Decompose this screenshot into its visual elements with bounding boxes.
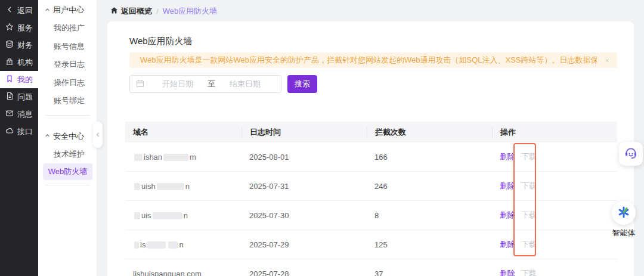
star-icon <box>5 23 14 33</box>
sidebar-item-label: 机构 <box>17 57 33 68</box>
start-date-placeholder: 开始日期 <box>148 79 208 89</box>
log-time-cell: 2025-07-31 <box>242 182 367 191</box>
submenu-item-account-binding[interactable]: 账号绑定 <box>38 92 97 110</box>
table-row: isn 2025-07-29 125 删除 下载 <box>125 230 617 259</box>
section-security-center[interactable]: 安全中心 <box>38 128 97 145</box>
column-header-log-time: 日志时间 <box>242 127 367 138</box>
sidebar-item-label: 财务 <box>17 40 33 51</box>
block-count-cell: 37 <box>367 269 492 276</box>
submenu-item-tech-maintenance[interactable]: 技术维护 <box>38 145 97 164</box>
submenu-item-label: 账号信息 <box>54 41 85 52</box>
sidebar-item-finance[interactable]: 财务 <box>0 36 38 54</box>
sidebar-item-organization[interactable]: 机构 <box>0 54 38 71</box>
sidebar-item-label: 返回 <box>17 5 33 16</box>
submenu-item-account-info[interactable]: 账号信息 <box>38 38 97 56</box>
sidebar-item-api[interactable]: 接口 <box>0 123 38 140</box>
table-row: lishuispanguan.com 2025-07-28 37 删除 下载 <box>125 259 617 276</box>
notice-banner: Web应用防火墙是一款网站Web应用安全的防护产品，拦截针对您网站发起的Web通… <box>129 52 617 68</box>
actions-cell: 删除 下载 <box>492 181 617 191</box>
column-header-actions: 操作 <box>492 127 617 138</box>
delete-link[interactable]: 删除 <box>500 181 515 191</box>
sidebar-item-label: 我的 <box>17 75 33 85</box>
submenu-item-label: 技术维护 <box>54 149 85 160</box>
customer-service-button[interactable] <box>619 142 643 166</box>
section-title-label: 用户中心 <box>53 5 84 15</box>
end-date-placeholder: 结束日期 <box>215 79 275 89</box>
chevron-up-icon <box>44 6 51 15</box>
breadcrumb-home-link[interactable]: 返回概览 <box>110 6 152 17</box>
section-title-label: 安全中心 <box>53 131 84 142</box>
table-row: ishanm 2025-08-01 166 删除 下载 <box>125 142 617 172</box>
download-link[interactable]: 下载 <box>521 268 537 276</box>
database-icon <box>5 40 14 50</box>
cloud-icon <box>5 126 14 137</box>
submenu-item-login-log[interactable]: 登录日志 <box>38 55 97 74</box>
sidebar-item-questions[interactable]: 问题 <box>0 88 38 106</box>
document-icon <box>5 92 14 102</box>
home-icon <box>110 7 118 16</box>
log-time-cell: 2025-08-01 <box>242 153 367 162</box>
firewall-log-table: 域名 日志时间 拦截次数 操作 ishanm 2025-08-01 166 删除… <box>125 122 617 276</box>
log-time-cell: 2025-07-28 <box>242 269 367 276</box>
delete-link[interactable]: 删除 <box>500 151 515 162</box>
headset-icon <box>623 145 639 163</box>
sidebar-item-label: 服务 <box>17 23 33 33</box>
calendar-icon <box>136 79 144 89</box>
breadcrumb-separator: / <box>156 7 159 16</box>
date-range-input[interactable]: 开始日期 至 结束日期 <box>129 75 281 93</box>
sidebar-item-back[interactable]: 返回 <box>0 2 38 19</box>
actions-cell: 删除 下载 <box>492 268 617 276</box>
mail-icon <box>5 109 14 119</box>
delete-link[interactable]: 删除 <box>500 210 515 221</box>
close-icon[interactable]: × <box>597 56 617 65</box>
domain-cell: uisn <box>125 211 242 220</box>
table-header-row: 域名 日志时间 拦截次数 操作 <box>125 122 617 142</box>
building-icon <box>5 57 14 67</box>
sidebar-item-mine[interactable]: 我的 <box>0 71 38 88</box>
submenu-item-label: 我的推广 <box>54 23 85 33</box>
ai-agent-label: 智能体 <box>609 228 638 238</box>
block-count-cell: 125 <box>367 240 492 249</box>
notice-text: Web应用防火墙是一款网站Web应用安全的防护产品，拦截针对您网站发起的Web通… <box>129 55 597 66</box>
submenu-item-label: Web防火墙 <box>48 166 88 177</box>
sidebar-collapse-handle[interactable] <box>93 122 103 148</box>
section-user-center[interactable]: 用户中心 <box>38 1 97 19</box>
column-header-block-count: 拦截次数 <box>367 127 492 138</box>
download-link[interactable]: 下载 <box>521 151 537 162</box>
log-time-cell: 2025-07-30 <box>242 211 367 220</box>
asterisk-logo-icon <box>617 205 631 221</box>
table-row: uishn 2025-07-31 246 删除 下载 <box>125 172 617 201</box>
block-count-cell: 8 <box>367 211 492 220</box>
chevron-left-icon <box>95 131 101 139</box>
download-link[interactable]: 下载 <box>521 181 537 191</box>
submenu-item-operation-log[interactable]: 操作日志 <box>38 74 97 92</box>
delete-link[interactable]: 删除 <box>500 239 515 250</box>
chevron-up-icon <box>44 132 51 141</box>
domain-cell: uishn <box>125 182 242 191</box>
content-card: Web应用防火墙 Web应用防火墙是一款网站Web应用安全的防护产品，拦截针对您… <box>107 21 634 276</box>
sidebar-item-messages[interactable]: 消息 <box>0 106 38 123</box>
actions-cell: 删除 下载 <box>492 151 617 162</box>
log-time-cell: 2025-07-29 <box>242 240 367 249</box>
search-button[interactable]: 搜索 <box>287 75 317 93</box>
submenu-item-label: 账号绑定 <box>54 95 85 106</box>
breadcrumb-current: Web应用防火墙 <box>163 6 218 17</box>
block-count-cell: 246 <box>367 182 492 191</box>
domain-cell: isn <box>125 240 242 249</box>
column-header-domain: 域名 <box>125 127 242 138</box>
range-separator: 至 <box>208 79 215 89</box>
download-link[interactable]: 下载 <box>521 239 537 250</box>
sidebar-item-services[interactable]: 服务 <box>0 19 38 36</box>
delete-link[interactable]: 删除 <box>500 268 515 276</box>
submenu-divider <box>45 185 89 185</box>
secondary-sidebar: 用户中心 我的推广 账号信息 登录日志 操作日志 账号绑定 安全中心 技术维护 … <box>38 0 97 276</box>
app-root: 返回 服务 财务 机构 我的 问题 消息 接口 <box>0 0 644 276</box>
actions-cell: 删除 下载 <box>492 210 617 221</box>
submenu-item-web-firewall[interactable]: Web防火墙 <box>43 163 92 180</box>
sidebar-item-label: 问题 <box>17 92 33 103</box>
submenu-item-promotion[interactable]: 我的推广 <box>38 19 97 38</box>
sidebar-item-label: 接口 <box>17 126 33 137</box>
breadcrumb: 返回概览 / Web应用防火墙 <box>110 6 217 17</box>
download-link[interactable]: 下载 <box>521 210 537 221</box>
ai-agent-button[interactable] <box>612 201 636 225</box>
